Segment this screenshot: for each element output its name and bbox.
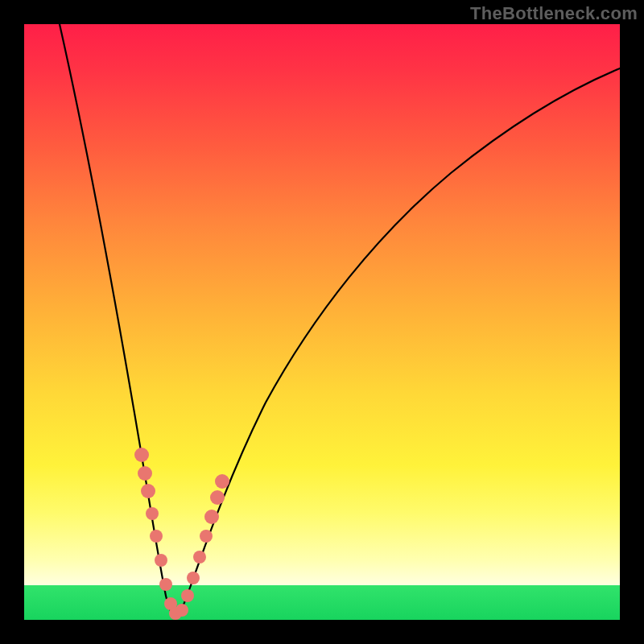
svg-point-9 [175,604,188,617]
marker-dots [134,448,229,620]
svg-point-1 [138,466,152,481]
svg-point-16 [215,474,229,489]
svg-point-5 [155,554,167,567]
svg-point-15 [210,490,225,505]
svg-point-2 [141,484,155,498]
svg-point-14 [204,510,219,524]
svg-point-11 [187,572,200,584]
svg-point-6 [159,578,172,591]
svg-point-3 [146,507,159,520]
svg-point-12 [193,551,206,564]
watermark-text: TheBottleneck.com [470,3,638,24]
svg-point-4 [150,530,163,543]
curve-layer [24,24,620,620]
svg-point-13 [200,530,213,543]
chart-frame: TheBottleneck.com [0,0,644,644]
bottleneck-curve [60,24,620,616]
svg-point-10 [181,589,194,602]
svg-point-0 [134,448,149,462]
